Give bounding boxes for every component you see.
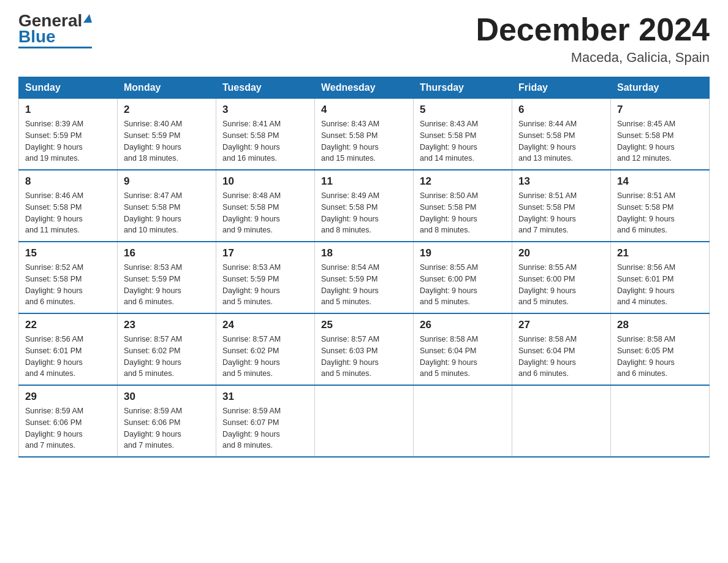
day-info: Sunrise: 8:57 AM Sunset: 6:03 PM Dayligh… — [321, 334, 407, 380]
calendar-cell: 15 Sunrise: 8:52 AM Sunset: 5:58 PM Dayl… — [19, 242, 118, 313]
calendar-cell: 16 Sunrise: 8:53 AM Sunset: 5:59 PM Dayl… — [118, 242, 216, 313]
day-number: 4 — [321, 104, 407, 116]
calendar-cell: 21 Sunrise: 8:56 AM Sunset: 6:01 PM Dayl… — [611, 242, 710, 313]
calendar-cell: 31 Sunrise: 8:59 AM Sunset: 6:07 PM Dayl… — [216, 385, 315, 457]
calendar-cell: 29 Sunrise: 8:59 AM Sunset: 6:06 PM Dayl… — [19, 385, 118, 457]
day-number: 13 — [518, 175, 604, 188]
day-number: 6 — [518, 104, 604, 116]
day-number: 2 — [124, 104, 210, 116]
calendar-cell: 20 Sunrise: 8:55 AM Sunset: 6:00 PM Dayl… — [512, 242, 611, 313]
day-number: 19 — [420, 247, 506, 259]
calendar-cell: 13 Sunrise: 8:51 AM Sunset: 5:58 PM Dayl… — [512, 170, 611, 242]
calendar-cell: 11 Sunrise: 8:49 AM Sunset: 5:58 PM Dayl… — [315, 170, 414, 242]
calendar-cell: 6 Sunrise: 8:44 AM Sunset: 5:58 PM Dayli… — [512, 99, 611, 170]
day-info: Sunrise: 8:49 AM Sunset: 5:58 PM Dayligh… — [321, 190, 407, 236]
week-row-5: 29 Sunrise: 8:59 AM Sunset: 6:06 PM Dayl… — [19, 385, 710, 457]
day-number: 14 — [617, 175, 703, 188]
day-info: Sunrise: 8:52 AM Sunset: 5:58 PM Dayligh… — [25, 262, 111, 308]
day-info: Sunrise: 8:54 AM Sunset: 5:59 PM Dayligh… — [321, 262, 407, 308]
calendar-cell: 5 Sunrise: 8:43 AM Sunset: 5:58 PM Dayli… — [414, 99, 512, 170]
week-row-3: 15 Sunrise: 8:52 AM Sunset: 5:58 PM Dayl… — [19, 242, 710, 313]
calendar-cell: 8 Sunrise: 8:46 AM Sunset: 5:58 PM Dayli… — [19, 170, 118, 242]
day-number: 17 — [222, 247, 308, 259]
calendar-cell: 24 Sunrise: 8:57 AM Sunset: 6:02 PM Dayl… — [216, 313, 315, 385]
day-number: 7 — [617, 104, 703, 116]
day-number: 29 — [25, 391, 111, 403]
weekday-header-thursday: Thursday — [414, 77, 512, 99]
day-number: 9 — [124, 175, 210, 188]
day-info: Sunrise: 8:39 AM Sunset: 5:59 PM Dayligh… — [25, 118, 111, 164]
day-info: Sunrise: 8:56 AM Sunset: 6:01 PM Dayligh… — [25, 334, 111, 380]
day-info: Sunrise: 8:41 AM Sunset: 5:58 PM Dayligh… — [222, 118, 308, 164]
day-info: Sunrise: 8:58 AM Sunset: 6:04 PM Dayligh… — [518, 334, 604, 380]
day-number: 11 — [321, 175, 407, 188]
day-number: 30 — [124, 391, 210, 403]
calendar-cell: 3 Sunrise: 8:41 AM Sunset: 5:58 PM Dayli… — [216, 99, 315, 170]
day-info: Sunrise: 8:57 AM Sunset: 6:02 PM Dayligh… — [124, 334, 210, 380]
weekday-header-monday: Monday — [118, 77, 216, 99]
day-info: Sunrise: 8:53 AM Sunset: 5:59 PM Dayligh… — [222, 262, 308, 308]
calendar-cell: 2 Sunrise: 8:40 AM Sunset: 5:59 PM Dayli… — [118, 99, 216, 170]
day-info: Sunrise: 8:59 AM Sunset: 6:07 PM Dayligh… — [222, 405, 308, 451]
day-number: 25 — [321, 319, 407, 331]
calendar-cell — [414, 385, 512, 457]
day-number: 5 — [420, 104, 506, 116]
calendar-cell: 18 Sunrise: 8:54 AM Sunset: 5:59 PM Dayl… — [315, 242, 414, 313]
day-number: 20 — [518, 247, 604, 259]
day-number: 24 — [222, 319, 308, 331]
calendar-cell: 9 Sunrise: 8:47 AM Sunset: 5:58 PM Dayli… — [118, 170, 216, 242]
calendar-cell: 4 Sunrise: 8:43 AM Sunset: 5:58 PM Dayli… — [315, 99, 414, 170]
calendar-cell: 7 Sunrise: 8:45 AM Sunset: 5:58 PM Dayli… — [611, 99, 710, 170]
day-info: Sunrise: 8:43 AM Sunset: 5:58 PM Dayligh… — [420, 118, 506, 164]
calendar-cell: 30 Sunrise: 8:59 AM Sunset: 6:06 PM Dayl… — [118, 385, 216, 457]
day-info: Sunrise: 8:58 AM Sunset: 6:04 PM Dayligh… — [420, 334, 506, 380]
calendar-cell — [315, 385, 414, 457]
day-info: Sunrise: 8:48 AM Sunset: 5:58 PM Dayligh… — [222, 190, 308, 236]
calendar-table: SundayMondayTuesdayWednesdayThursdayFrid… — [18, 77, 710, 458]
calendar-cell: 27 Sunrise: 8:58 AM Sunset: 6:04 PM Dayl… — [512, 313, 611, 385]
day-info: Sunrise: 8:55 AM Sunset: 6:00 PM Dayligh… — [518, 262, 604, 308]
calendar-cell: 10 Sunrise: 8:48 AM Sunset: 5:58 PM Dayl… — [216, 170, 315, 242]
week-row-1: 1 Sunrise: 8:39 AM Sunset: 5:59 PM Dayli… — [19, 99, 710, 170]
calendar-cell: 26 Sunrise: 8:58 AM Sunset: 6:04 PM Dayl… — [414, 313, 512, 385]
day-number: 28 — [617, 319, 703, 331]
day-info: Sunrise: 8:40 AM Sunset: 5:59 PM Dayligh… — [124, 118, 210, 164]
calendar-cell: 19 Sunrise: 8:55 AM Sunset: 6:00 PM Dayl… — [414, 242, 512, 313]
location-title: Maceda, Galicia, Spain — [476, 50, 710, 66]
calendar-cell: 1 Sunrise: 8:39 AM Sunset: 5:59 PM Dayli… — [19, 99, 118, 170]
day-info: Sunrise: 8:58 AM Sunset: 6:05 PM Dayligh… — [617, 334, 703, 380]
day-number: 26 — [420, 319, 506, 331]
day-number: 8 — [25, 175, 111, 188]
day-number: 1 — [25, 104, 111, 116]
logo-divider — [18, 47, 92, 48]
day-info: Sunrise: 8:51 AM Sunset: 5:58 PM Dayligh… — [518, 190, 604, 236]
day-number: 23 — [124, 319, 210, 331]
logo-text-blue: Blue — [18, 28, 56, 45]
calendar-cell — [512, 385, 611, 457]
day-number: 21 — [617, 247, 703, 259]
day-info: Sunrise: 8:47 AM Sunset: 5:58 PM Dayligh… — [124, 190, 210, 236]
calendar-cell: 28 Sunrise: 8:58 AM Sunset: 6:05 PM Dayl… — [611, 313, 710, 385]
weekday-header-tuesday: Tuesday — [216, 77, 315, 99]
day-info: Sunrise: 8:50 AM Sunset: 5:58 PM Dayligh… — [420, 190, 506, 236]
day-info: Sunrise: 8:56 AM Sunset: 6:01 PM Dayligh… — [617, 262, 703, 308]
day-number: 27 — [518, 319, 604, 331]
calendar-cell — [611, 385, 710, 457]
title-block: December 2024 Maceda, Galicia, Spain — [476, 12, 710, 66]
day-number: 22 — [25, 319, 111, 331]
weekday-header-saturday: Saturday — [611, 77, 710, 99]
calendar-cell: 14 Sunrise: 8:51 AM Sunset: 5:58 PM Dayl… — [611, 170, 710, 242]
day-info: Sunrise: 8:51 AM Sunset: 5:58 PM Dayligh… — [617, 190, 703, 236]
day-number: 18 — [321, 247, 407, 259]
day-number: 12 — [420, 175, 506, 188]
page-header: General Blue December 2024 Maceda, Galic… — [18, 12, 710, 66]
day-number: 31 — [222, 391, 308, 403]
day-number: 3 — [222, 104, 308, 116]
calendar-cell: 12 Sunrise: 8:50 AM Sunset: 5:58 PM Dayl… — [414, 170, 512, 242]
calendar-cell: 23 Sunrise: 8:57 AM Sunset: 6:02 PM Dayl… — [118, 313, 216, 385]
calendar-cell: 22 Sunrise: 8:56 AM Sunset: 6:01 PM Dayl… — [19, 313, 118, 385]
day-info: Sunrise: 8:57 AM Sunset: 6:02 PM Dayligh… — [222, 334, 308, 380]
day-info: Sunrise: 8:44 AM Sunset: 5:58 PM Dayligh… — [518, 118, 604, 164]
weekday-header-wednesday: Wednesday — [315, 77, 414, 99]
day-number: 16 — [124, 247, 210, 259]
